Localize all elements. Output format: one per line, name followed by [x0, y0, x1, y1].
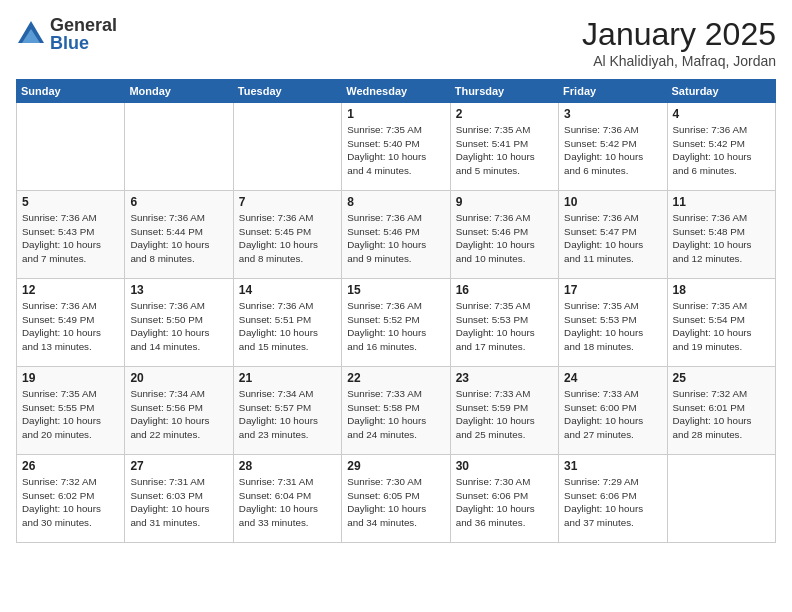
weekday-header-sunday: Sunday — [17, 80, 125, 103]
day-info: Sunrise: 7:35 AM Sunset: 5:40 PM Dayligh… — [347, 123, 444, 178]
calendar-cell: 3Sunrise: 7:36 AM Sunset: 5:42 PM Daylig… — [559, 103, 667, 191]
day-number: 13 — [130, 283, 227, 297]
day-number: 12 — [22, 283, 119, 297]
page-header: General Blue January 2025 Al Khalidiyah,… — [16, 16, 776, 69]
day-number: 20 — [130, 371, 227, 385]
calendar-cell: 22Sunrise: 7:33 AM Sunset: 5:58 PM Dayli… — [342, 367, 450, 455]
day-info: Sunrise: 7:36 AM Sunset: 5:46 PM Dayligh… — [456, 211, 553, 266]
calendar-cell — [17, 103, 125, 191]
weekday-header-tuesday: Tuesday — [233, 80, 341, 103]
day-info: Sunrise: 7:36 AM Sunset: 5:51 PM Dayligh… — [239, 299, 336, 354]
day-number: 30 — [456, 459, 553, 473]
calendar-cell: 4Sunrise: 7:36 AM Sunset: 5:42 PM Daylig… — [667, 103, 775, 191]
calendar-cell: 10Sunrise: 7:36 AM Sunset: 5:47 PM Dayli… — [559, 191, 667, 279]
calendar-cell: 7Sunrise: 7:36 AM Sunset: 5:45 PM Daylig… — [233, 191, 341, 279]
day-info: Sunrise: 7:36 AM Sunset: 5:49 PM Dayligh… — [22, 299, 119, 354]
calendar-cell: 18Sunrise: 7:35 AM Sunset: 5:54 PM Dayli… — [667, 279, 775, 367]
calendar-cell: 26Sunrise: 7:32 AM Sunset: 6:02 PM Dayli… — [17, 455, 125, 543]
month-title: January 2025 — [582, 16, 776, 53]
day-number: 10 — [564, 195, 661, 209]
day-info: Sunrise: 7:36 AM Sunset: 5:48 PM Dayligh… — [673, 211, 770, 266]
day-info: Sunrise: 7:29 AM Sunset: 6:06 PM Dayligh… — [564, 475, 661, 530]
calendar-cell: 27Sunrise: 7:31 AM Sunset: 6:03 PM Dayli… — [125, 455, 233, 543]
day-info: Sunrise: 7:36 AM Sunset: 5:47 PM Dayligh… — [564, 211, 661, 266]
day-info: Sunrise: 7:35 AM Sunset: 5:55 PM Dayligh… — [22, 387, 119, 442]
day-info: Sunrise: 7:35 AM Sunset: 5:53 PM Dayligh… — [564, 299, 661, 354]
day-number: 17 — [564, 283, 661, 297]
calendar-cell: 6Sunrise: 7:36 AM Sunset: 5:44 PM Daylig… — [125, 191, 233, 279]
day-number: 4 — [673, 107, 770, 121]
logo-general: General — [50, 16, 117, 34]
day-number: 18 — [673, 283, 770, 297]
day-number: 14 — [239, 283, 336, 297]
day-number: 1 — [347, 107, 444, 121]
weekday-header-row: SundayMondayTuesdayWednesdayThursdayFrid… — [17, 80, 776, 103]
day-info: Sunrise: 7:35 AM Sunset: 5:53 PM Dayligh… — [456, 299, 553, 354]
day-number: 29 — [347, 459, 444, 473]
calendar-cell — [125, 103, 233, 191]
day-number: 3 — [564, 107, 661, 121]
week-row-1: 1Sunrise: 7:35 AM Sunset: 5:40 PM Daylig… — [17, 103, 776, 191]
calendar-cell: 13Sunrise: 7:36 AM Sunset: 5:50 PM Dayli… — [125, 279, 233, 367]
calendar-cell: 15Sunrise: 7:36 AM Sunset: 5:52 PM Dayli… — [342, 279, 450, 367]
day-info: Sunrise: 7:36 AM Sunset: 5:45 PM Dayligh… — [239, 211, 336, 266]
day-number: 15 — [347, 283, 444, 297]
calendar-cell: 8Sunrise: 7:36 AM Sunset: 5:46 PM Daylig… — [342, 191, 450, 279]
calendar-cell: 1Sunrise: 7:35 AM Sunset: 5:40 PM Daylig… — [342, 103, 450, 191]
calendar-cell: 23Sunrise: 7:33 AM Sunset: 5:59 PM Dayli… — [450, 367, 558, 455]
day-number: 7 — [239, 195, 336, 209]
calendar-cell: 5Sunrise: 7:36 AM Sunset: 5:43 PM Daylig… — [17, 191, 125, 279]
calendar-cell: 21Sunrise: 7:34 AM Sunset: 5:57 PM Dayli… — [233, 367, 341, 455]
calendar-cell: 19Sunrise: 7:35 AM Sunset: 5:55 PM Dayli… — [17, 367, 125, 455]
calendar-cell: 31Sunrise: 7:29 AM Sunset: 6:06 PM Dayli… — [559, 455, 667, 543]
day-info: Sunrise: 7:36 AM Sunset: 5:44 PM Dayligh… — [130, 211, 227, 266]
day-info: Sunrise: 7:36 AM Sunset: 5:43 PM Dayligh… — [22, 211, 119, 266]
week-row-3: 12Sunrise: 7:36 AM Sunset: 5:49 PM Dayli… — [17, 279, 776, 367]
calendar-cell: 11Sunrise: 7:36 AM Sunset: 5:48 PM Dayli… — [667, 191, 775, 279]
day-info: Sunrise: 7:36 AM Sunset: 5:50 PM Dayligh… — [130, 299, 227, 354]
day-number: 6 — [130, 195, 227, 209]
calendar-cell: 9Sunrise: 7:36 AM Sunset: 5:46 PM Daylig… — [450, 191, 558, 279]
day-info: Sunrise: 7:33 AM Sunset: 6:00 PM Dayligh… — [564, 387, 661, 442]
day-number: 11 — [673, 195, 770, 209]
weekday-header-friday: Friday — [559, 80, 667, 103]
calendar-cell — [233, 103, 341, 191]
calendar-cell — [667, 455, 775, 543]
week-row-2: 5Sunrise: 7:36 AM Sunset: 5:43 PM Daylig… — [17, 191, 776, 279]
day-info: Sunrise: 7:36 AM Sunset: 5:42 PM Dayligh… — [564, 123, 661, 178]
calendar-cell: 25Sunrise: 7:32 AM Sunset: 6:01 PM Dayli… — [667, 367, 775, 455]
calendar-cell: 30Sunrise: 7:30 AM Sunset: 6:06 PM Dayli… — [450, 455, 558, 543]
weekday-header-monday: Monday — [125, 80, 233, 103]
calendar-cell: 12Sunrise: 7:36 AM Sunset: 5:49 PM Dayli… — [17, 279, 125, 367]
day-number: 24 — [564, 371, 661, 385]
weekday-header-wednesday: Wednesday — [342, 80, 450, 103]
calendar-cell: 2Sunrise: 7:35 AM Sunset: 5:41 PM Daylig… — [450, 103, 558, 191]
day-info: Sunrise: 7:33 AM Sunset: 5:59 PM Dayligh… — [456, 387, 553, 442]
day-number: 28 — [239, 459, 336, 473]
week-row-5: 26Sunrise: 7:32 AM Sunset: 6:02 PM Dayli… — [17, 455, 776, 543]
logo-text: General Blue — [50, 16, 117, 52]
calendar-cell: 29Sunrise: 7:30 AM Sunset: 6:05 PM Dayli… — [342, 455, 450, 543]
day-info: Sunrise: 7:31 AM Sunset: 6:03 PM Dayligh… — [130, 475, 227, 530]
day-number: 22 — [347, 371, 444, 385]
day-info: Sunrise: 7:36 AM Sunset: 5:46 PM Dayligh… — [347, 211, 444, 266]
calendar-cell: 20Sunrise: 7:34 AM Sunset: 5:56 PM Dayli… — [125, 367, 233, 455]
day-info: Sunrise: 7:31 AM Sunset: 6:04 PM Dayligh… — [239, 475, 336, 530]
day-info: Sunrise: 7:34 AM Sunset: 5:57 PM Dayligh… — [239, 387, 336, 442]
title-block: January 2025 Al Khalidiyah, Mafraq, Jord… — [582, 16, 776, 69]
day-number: 27 — [130, 459, 227, 473]
logo-blue: Blue — [50, 34, 117, 52]
day-info: Sunrise: 7:35 AM Sunset: 5:54 PM Dayligh… — [673, 299, 770, 354]
weekday-header-thursday: Thursday — [450, 80, 558, 103]
day-number: 5 — [22, 195, 119, 209]
day-number: 21 — [239, 371, 336, 385]
day-info: Sunrise: 7:35 AM Sunset: 5:41 PM Dayligh… — [456, 123, 553, 178]
calendar-cell: 17Sunrise: 7:35 AM Sunset: 5:53 PM Dayli… — [559, 279, 667, 367]
day-info: Sunrise: 7:32 AM Sunset: 6:01 PM Dayligh… — [673, 387, 770, 442]
day-info: Sunrise: 7:36 AM Sunset: 5:52 PM Dayligh… — [347, 299, 444, 354]
calendar-cell: 28Sunrise: 7:31 AM Sunset: 6:04 PM Dayli… — [233, 455, 341, 543]
day-number: 8 — [347, 195, 444, 209]
day-info: Sunrise: 7:36 AM Sunset: 5:42 PM Dayligh… — [673, 123, 770, 178]
day-number: 16 — [456, 283, 553, 297]
day-info: Sunrise: 7:30 AM Sunset: 6:06 PM Dayligh… — [456, 475, 553, 530]
